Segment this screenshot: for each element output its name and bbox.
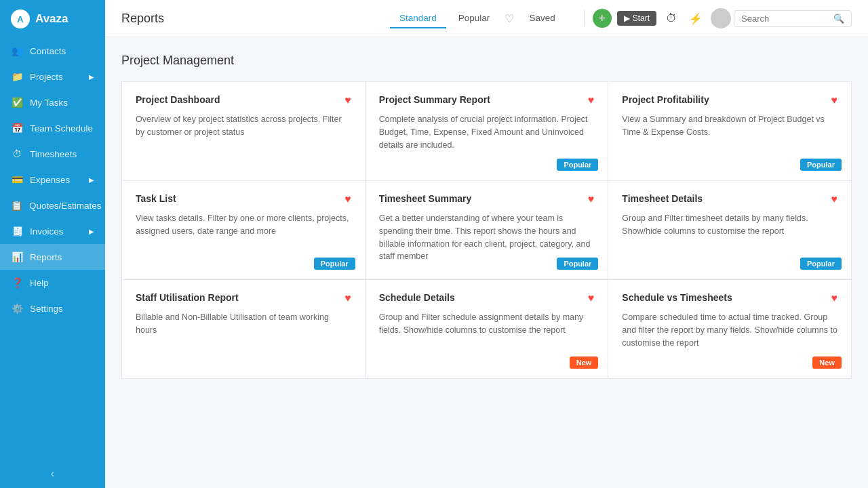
sidebar-label-quotes: Quotes/Estimates [29,201,102,211]
card-desc-timesheet-summary: Get a better understanding of where your… [379,212,595,263]
page-title: Reports [121,12,390,26]
card-heart-schedule-details[interactable]: ♥ [588,292,595,304]
card-project-summary-report[interactable]: Project Summary Report ♥ Complete analys… [366,82,608,180]
card-task-list[interactable]: Task List ♥ View tasks details. Filter b… [122,181,365,279]
favorites-heart-icon[interactable]: ♡ [502,8,517,29]
sidebar-label-timesheets: Timesheets [30,149,77,159]
card-title-timesheet-details: Timesheet Details [622,193,703,204]
header-actions: + ▶ Start ⏱ ⚡ [593,8,731,28]
sidebar-item-reports[interactable]: 📊 Reports [0,244,105,270]
sidebar: A Avaza 👥 Contacts 📁 Projects ▶ ✅ My Tas… [0,0,105,488]
invoices-icon: 🧾 [11,226,23,237]
card-header-staff-utilisation-report: Staff Utilisation Report ♥ [136,292,351,304]
popular-badge: Popular [557,159,598,171]
timer-clock-button[interactable]: ⏱ [662,9,681,28]
card-title-timesheet-summary: Timesheet Summary [379,193,472,204]
main-content: Project Management Project Dashboard ♥ O… [105,37,868,488]
arrow-icon: ▶ [89,228,94,235]
card-title-staff-utilisation-report: Staff Utilisation Report [136,292,239,303]
card-title-task-list: Task List [136,193,176,204]
card-heart-project-summary-report[interactable]: ♥ [588,94,595,106]
start-timer-button[interactable]: ▶ Start [617,11,656,26]
header-divider [584,10,585,26]
contacts-icon: 👥 [11,45,23,56]
settings-icon: ⚙️ [11,303,23,314]
card-title-project-summary-report: Project Summary Report [379,94,490,105]
card-header-schedule-vs-timesheets: Schedule vs Timesheets ♥ [622,292,837,304]
card-heart-schedule-vs-timesheets[interactable]: ♥ [831,292,837,304]
card-header-timesheet-summary: Timesheet Summary ♥ [379,193,595,205]
sidebar-item-expenses[interactable]: 💳 Expenses ▶ [0,167,105,192]
card-staff-utilisation-report[interactable]: Staff Utilisation Report ♥ Billable and … [122,280,365,378]
section-title: Project Management [121,54,852,68]
card-desc-schedule-vs-timesheets: Compare scheduled time to actual time tr… [622,311,837,349]
card-desc-timesheet-details: Group and Filter timesheet details by ma… [622,212,837,238]
main-area: Reports StandardPopular♡Saved + ▶ Start … [105,0,868,488]
card-desc-staff-utilisation-report: Billable and Non-Billable Utilisation of… [136,311,351,337]
quotes-icon: 📋 [11,200,22,211]
team-schedule-icon: 📅 [11,123,23,134]
sidebar-label-my-tasks: My Tasks [30,98,68,108]
tab-saved[interactable]: Saved [519,9,564,28]
app-logo[interactable]: A Avaza [0,0,105,38]
sidebar-item-settings[interactable]: ⚙️ Settings [0,296,105,321]
arrow-icon: ▶ [89,73,94,81]
card-schedule-details[interactable]: Schedule Details ♥ Group and Filter sche… [366,280,608,378]
card-heart-staff-utilisation-report[interactable]: ♥ [344,292,351,304]
sidebar-item-contacts[interactable]: 👥 Contacts [0,38,105,64]
card-header-project-summary-report: Project Summary Report ♥ [379,94,595,106]
card-title-project-profitability: Project Profitability [622,94,709,105]
my-tasks-icon: ✅ [11,97,23,108]
card-heart-project-profitability[interactable]: ♥ [831,94,837,106]
sidebar-label-reports: Reports [30,252,62,262]
sidebar-label-settings: Settings [30,304,63,314]
sidebar-label-help: Help [30,278,49,288]
sidebar-collapse-button[interactable]: ‹ [0,460,105,488]
reports-icon: 📊 [11,251,23,262]
card-desc-task-list: View tasks details. Filter by one or mor… [136,212,351,238]
projects-icon: 📁 [11,71,23,82]
sidebar-item-my-tasks[interactable]: ✅ My Tasks [0,89,105,115]
tab-popular[interactable]: Popular [449,9,500,28]
new-badge: New [570,357,599,369]
sidebar-item-help[interactable]: ❓ Help [0,270,105,296]
popular-badge: Popular [800,159,842,171]
sidebar-item-invoices[interactable]: 🧾 Invoices ▶ [0,218,105,244]
card-timesheet-summary[interactable]: Timesheet Summary ♥ Get a better underst… [366,181,608,279]
sidebar-item-team-schedule[interactable]: 📅 Team Schedule [0,115,105,141]
sidebar-item-timesheets[interactable]: ⏱ Timesheets [0,141,105,167]
card-heart-timesheet-details[interactable]: ♥ [831,193,837,205]
play-icon: ▶ [624,14,630,23]
search-box: 🔍 [734,10,852,27]
search-input[interactable] [741,14,829,24]
sidebar-label-contacts: Contacts [30,46,66,56]
reports-grid: Project Dashboard ♥ Overview of key proj… [121,81,852,379]
lightning-button[interactable]: ⚡ [686,9,705,28]
card-heart-timesheet-summary[interactable]: ♥ [588,193,595,205]
card-desc-project-summary-report: Complete analysis of crucial project inf… [379,113,595,151]
card-schedule-vs-timesheets[interactable]: Schedule vs Timesheets ♥ Compare schedul… [608,280,851,378]
popular-badge: Popular [800,258,842,270]
search-icon: 🔍 [833,14,844,24]
card-project-profitability[interactable]: Project Profitability ♥ View a Summary a… [608,82,851,180]
sidebar-label-expenses: Expenses [30,175,70,185]
card-title-project-dashboard: Project Dashboard [136,94,220,105]
card-desc-schedule-details: Group and Filter schedule assignment det… [379,311,595,337]
sidebar-item-quotes[interactable]: 📋 Quotes/Estimates [0,192,105,218]
add-button[interactable]: + [593,9,612,28]
user-avatar[interactable] [711,8,731,28]
sidebar-label-invoices: Invoices [30,226,64,237]
card-heart-task-list[interactable]: ♥ [344,193,351,205]
header-tabs: StandardPopular♡Saved [390,8,565,29]
card-project-dashboard[interactable]: Project Dashboard ♥ Overview of key proj… [122,82,365,180]
card-heart-project-dashboard[interactable]: ♥ [344,94,351,106]
sidebar-item-projects[interactable]: 📁 Projects ▶ [0,64,105,89]
card-header-project-dashboard: Project Dashboard ♥ [136,94,351,106]
popular-badge: Popular [314,258,355,270]
card-title-schedule-vs-timesheets: Schedule vs Timesheets [622,292,732,303]
tab-standard[interactable]: Standard [390,9,446,28]
card-timesheet-details[interactable]: Timesheet Details ♥ Group and Filter tim… [608,181,851,279]
sidebar-label-team-schedule: Team Schedule [30,123,93,134]
card-desc-project-dashboard: Overview of key project statistics acros… [136,113,351,139]
logo-icon: A [11,9,30,28]
